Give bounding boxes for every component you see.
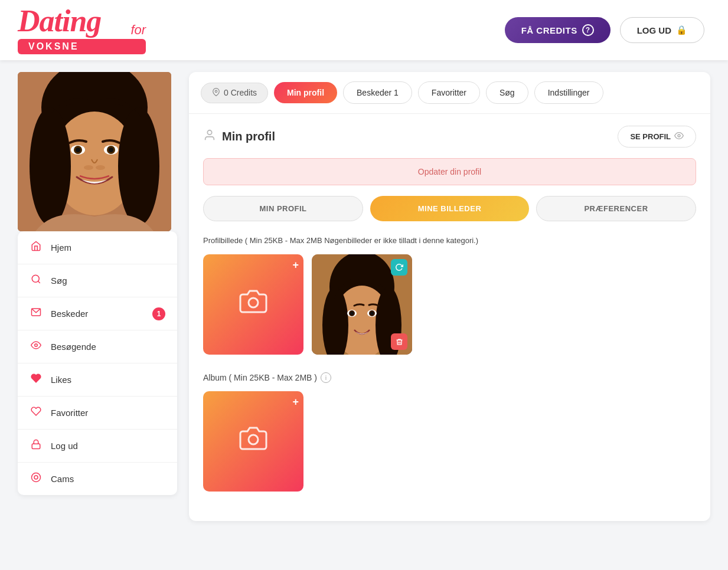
album-photos-grid: + <box>203 391 696 492</box>
logo-voksne: VOKSNE <box>18 39 146 54</box>
tab-indstillinger[interactable]: Indstillinger <box>534 81 603 104</box>
home-icon <box>30 241 43 254</box>
sidebar-item-label: Søg <box>51 276 67 286</box>
section-header: Min profil SE PROFIL <box>203 126 696 148</box>
heart-outline-icon <box>30 406 43 420</box>
eye-icon <box>30 340 43 353</box>
pin-icon <box>212 88 220 98</box>
logo-area: Dating for VOKSNE <box>18 6 146 54</box>
tab-indstillinger-label: Indstillinger <box>548 88 590 97</box>
main-container: Hjem Søg Beskeder 1 Besøgende <box>0 60 728 533</box>
ptab-mine-billeder[interactable]: MINE BILLEDER <box>370 196 529 221</box>
svg-point-19 <box>32 473 41 482</box>
svg-point-17 <box>35 344 38 347</box>
update-bar: Opdater din profil <box>203 158 696 185</box>
person-icon <box>203 129 216 145</box>
svg-point-22 <box>207 130 211 135</box>
album-info-icon[interactable]: i <box>321 372 331 383</box>
svg-point-7 <box>76 148 80 152</box>
ptab-min-profil[interactable]: MIN PROFIL <box>203 196 363 221</box>
search-icon <box>30 274 43 287</box>
profile-photos-grid: + <box>203 254 696 355</box>
svg-point-14 <box>32 275 39 282</box>
sidebar-item-besøgende[interactable]: Besøgende <box>18 330 177 363</box>
sidebar-item-label: Cams <box>51 474 74 484</box>
photo-refresh-button[interactable] <box>391 259 407 276</box>
svg-point-4 <box>118 107 159 225</box>
album-upload-box[interactable]: + <box>203 391 303 492</box>
tab-min-profil[interactable]: Min profil <box>274 82 337 103</box>
camera-upload-icon <box>239 287 267 322</box>
sidebar-item-label: Beskeder <box>51 309 88 319</box>
profile-photo-box <box>18 72 171 231</box>
view-icon <box>674 131 684 142</box>
profile-section: Min profil SE PROFIL Opdater din profil … <box>189 114 710 521</box>
sidebar-item-likes[interactable]: Likes <box>18 363 177 397</box>
message-badge: 1 <box>152 307 165 320</box>
logo-for: for <box>130 24 146 37</box>
svg-point-23 <box>678 135 680 137</box>
svg-point-11 <box>84 165 93 170</box>
album-add-icon: + <box>292 396 299 408</box>
svg-point-20 <box>34 476 38 479</box>
section-title: Min profil <box>203 129 275 145</box>
svg-line-15 <box>38 281 40 283</box>
svg-point-10 <box>109 148 113 152</box>
tab-søg[interactable]: Søg <box>486 81 528 104</box>
svg-point-21 <box>215 90 217 93</box>
photo-delete-button[interactable] <box>391 333 407 350</box>
header: Dating for VOKSNE FÅ CREDITS ? LOG UD 🔒 <box>0 0 728 60</box>
logout-icon: 🔒 <box>676 25 687 35</box>
update-bar-text: Opdater din profil <box>418 167 481 176</box>
se-profil-label: SE PROFIL <box>630 132 671 141</box>
sidebar-item-label: Besøgende <box>51 342 96 352</box>
logout-button[interactable]: LOG UD 🔒 <box>620 17 704 43</box>
sidebar-item-log-ud[interactable]: Log ud <box>18 430 177 463</box>
existing-profile-photo <box>312 254 412 355</box>
svg-point-32 <box>350 312 354 315</box>
profile-tabs: MIN PROFIL MINE BILLEDER PRÆFERENCER <box>203 196 696 221</box>
credits-help-icon: ? <box>582 24 594 36</box>
tab-favoritter-label: Favoritter <box>432 88 466 97</box>
get-credits-button[interactable]: FÅ CREDITS ? <box>505 17 611 43</box>
sidebar-item-label: Hjem <box>51 243 71 253</box>
profile-picture-label: Profilbillede ( Min 25KB - Max 2MB Nøgen… <box>203 235 696 246</box>
sidebar-nav: Hjem Søg Beskeder 1 Besøgende <box>18 231 177 495</box>
top-tabs: 0 Credits Min profil Beskeder 1 Favoritt… <box>189 72 710 114</box>
photo-upload-box[interactable]: + <box>203 254 303 355</box>
tab-min-profil-label: Min profil <box>287 88 324 97</box>
tab-beskeder[interactable]: Beskeder 1 <box>343 81 412 104</box>
svg-point-12 <box>96 165 105 170</box>
sidebar-item-cams[interactable]: Cams <box>18 463 177 495</box>
logo-dating: Dating <box>18 6 101 37</box>
svg-point-24 <box>249 298 258 307</box>
tab-favoritter[interactable]: Favoritter <box>418 81 480 104</box>
svg-point-35 <box>370 312 374 315</box>
cams-icon <box>30 472 43 486</box>
album-label: Album ( Min 25KB - Max 2MB ) i <box>203 372 696 383</box>
album-camera-icon <box>239 424 267 458</box>
profile-title: Min profil <box>222 130 275 143</box>
svg-point-3 <box>30 107 71 225</box>
sidebar-item-label: Log ud <box>51 441 78 451</box>
ptab-præferencer[interactable]: PRÆFERENCER <box>536 196 696 221</box>
sidebar: Hjem Søg Beskeder 1 Besøgende <box>18 72 177 521</box>
sidebar-item-label: Likes <box>51 375 71 385</box>
sidebar-item-søg[interactable]: Søg <box>18 264 177 297</box>
se-profil-button[interactable]: SE PROFIL <box>618 126 696 148</box>
tab-credits-label: 0 Credits <box>224 88 257 97</box>
sidebar-item-favoritter[interactable]: Favoritter <box>18 397 177 430</box>
svg-point-36 <box>249 435 258 444</box>
mail-icon <box>30 307 43 320</box>
header-buttons: FÅ CREDITS ? LOG UD 🔒 <box>505 17 704 43</box>
tab-søg-label: Søg <box>500 88 515 97</box>
sidebar-item-hjem[interactable]: Hjem <box>18 231 177 264</box>
heart-filled-icon <box>30 373 43 386</box>
lock-icon <box>30 439 43 453</box>
tab-credits[interactable]: 0 Credits <box>201 83 268 103</box>
sidebar-item-beskeder[interactable]: Beskeder 1 <box>18 297 177 330</box>
photo-add-icon: + <box>292 259 299 271</box>
sidebar-item-label: Favoritter <box>51 408 88 418</box>
svg-rect-18 <box>32 444 40 448</box>
content-area: 0 Credits Min profil Beskeder 1 Favoritt… <box>189 72 710 521</box>
